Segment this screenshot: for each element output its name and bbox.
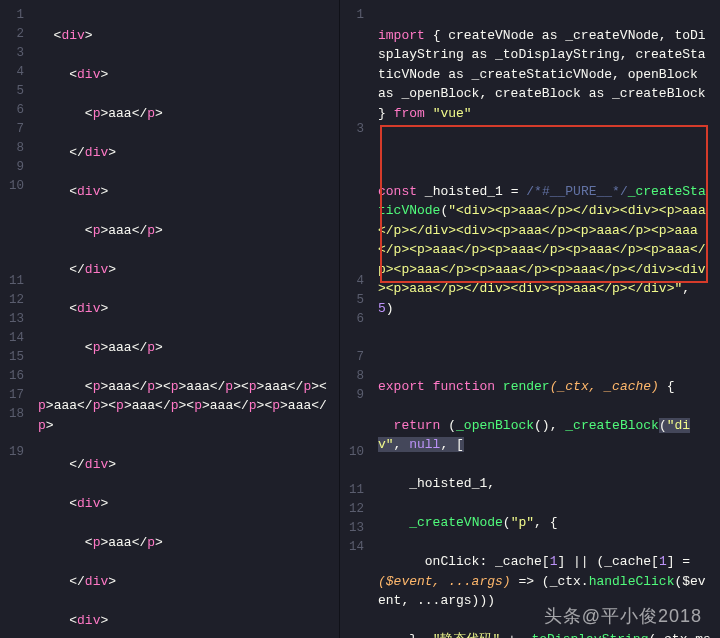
left-code[interactable]: <div> <div> <p>aaa</p> </div> <div> <p>a… bbox=[34, 0, 339, 638]
right-editor-pane: 1 3 4 5 6 7 8 9 10 11 12 13 14 import { … bbox=[340, 0, 720, 638]
left-editor-pane: 1 2 3 4 5 6 7 8 9 10 11 12 13 14 15 16 1… bbox=[0, 0, 340, 638]
right-code[interactable]: import { createVNode as _createVNode, to… bbox=[374, 0, 720, 638]
right-gutter: 1 3 4 5 6 7 8 9 10 11 12 13 14 bbox=[340, 0, 374, 638]
left-gutter: 1 2 3 4 5 6 7 8 9 10 11 12 13 14 15 16 1… bbox=[0, 0, 34, 638]
